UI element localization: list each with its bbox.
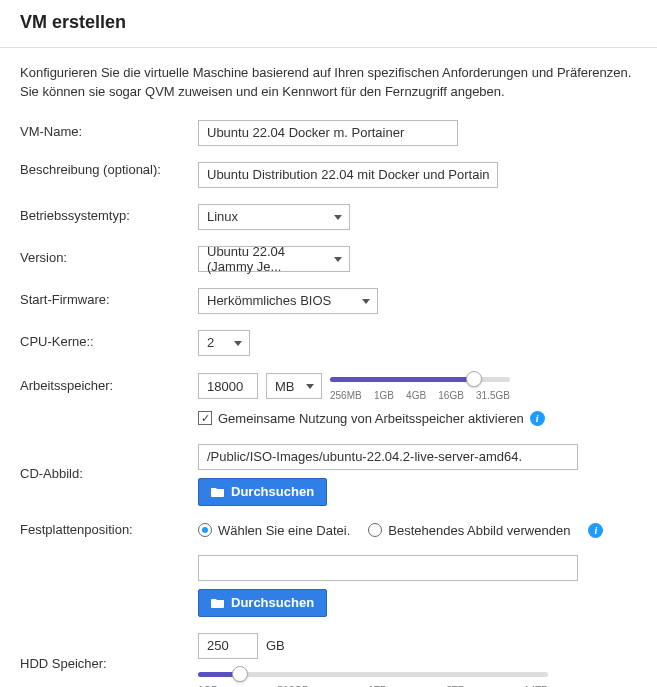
slider-thumb[interactable] bbox=[232, 666, 248, 682]
label-hdd-storage: HDD Speicher: bbox=[20, 656, 198, 673]
label-cpu-cores: CPU-Kerne:: bbox=[20, 334, 198, 351]
disk-choose-file-radio[interactable]: Wählen Sie eine Datei. bbox=[198, 523, 350, 538]
os-type-select[interactable]: Linux bbox=[198, 204, 350, 230]
memory-unit-select[interactable]: MB bbox=[266, 373, 322, 399]
label-description: Beschreibung (optional): bbox=[20, 162, 198, 179]
slider-track bbox=[198, 672, 548, 677]
page-title: VM erstellen bbox=[20, 12, 637, 33]
cd-image-browse-button[interactable]: Durchsuchen bbox=[198, 478, 327, 506]
label-os-type: Betriebssystemtyp: bbox=[20, 208, 198, 225]
version-value: Ubuntu 22.04 (Jammy Je... bbox=[207, 244, 325, 274]
memory-amount-input[interactable] bbox=[198, 373, 258, 399]
cd-image-path-input[interactable] bbox=[198, 444, 578, 470]
hdd-slider[interactable] bbox=[198, 667, 548, 681]
label-memory: Arbeitsspeicher: bbox=[20, 378, 198, 395]
slider-fill bbox=[330, 377, 474, 382]
radio-dot-icon bbox=[368, 523, 382, 537]
tick-label: 31.5GB bbox=[476, 390, 510, 401]
cpu-cores-select[interactable]: 2 bbox=[198, 330, 250, 356]
disk-use-existing-label: Bestehendes Abbild verwenden bbox=[388, 523, 570, 538]
slider-thumb[interactable] bbox=[466, 371, 482, 387]
folder-icon bbox=[211, 486, 225, 497]
shared-memory-label: Gemeinsame Nutzung von Arbeitsspeicher a… bbox=[218, 411, 524, 426]
label-version: Version: bbox=[20, 250, 198, 267]
os-type-value: Linux bbox=[207, 209, 238, 224]
info-icon[interactable]: i bbox=[530, 411, 545, 426]
cpu-cores-value: 2 bbox=[207, 335, 214, 350]
tick-label: 1GB bbox=[374, 390, 394, 401]
browse-label: Durchsuchen bbox=[231, 595, 314, 610]
intro-text: Konfigurieren Sie die virtuelle Maschine… bbox=[20, 64, 637, 102]
tick-label: 16GB bbox=[438, 390, 464, 401]
tick-label: 4GB bbox=[406, 390, 426, 401]
folder-icon bbox=[211, 597, 225, 608]
hdd-unit-label: GB bbox=[266, 638, 290, 653]
info-icon[interactable]: i bbox=[588, 523, 603, 538]
label-vm-name: VM-Name: bbox=[20, 124, 198, 141]
version-select[interactable]: Ubuntu 22.04 (Jammy Je... bbox=[198, 246, 350, 272]
disk-file-path-input[interactable] bbox=[198, 555, 578, 581]
radio-dot-icon bbox=[198, 523, 212, 537]
disk-file-browse-button[interactable]: Durchsuchen bbox=[198, 589, 327, 617]
shared-memory-checkbox[interactable]: ✓ bbox=[198, 411, 212, 425]
tick-label: 256MB bbox=[330, 390, 362, 401]
label-firmware: Start-Firmware: bbox=[20, 292, 198, 309]
disk-choose-file-label: Wählen Sie eine Datei. bbox=[218, 523, 350, 538]
memory-unit-value: MB bbox=[275, 379, 295, 394]
disk-use-existing-radio[interactable]: Bestehendes Abbild verwenden bbox=[368, 523, 570, 538]
memory-ticks: 256MB1GB4GB16GB31.5GB bbox=[330, 390, 510, 401]
label-cd-image: CD-Abbild: bbox=[20, 466, 198, 483]
vm-name-input[interactable] bbox=[198, 120, 458, 146]
label-disk-location: Festplattenposition: bbox=[20, 522, 198, 539]
description-input[interactable] bbox=[198, 162, 498, 188]
firmware-value: Herkömmliches BIOS bbox=[207, 293, 331, 308]
firmware-select[interactable]: Herkömmliches BIOS bbox=[198, 288, 378, 314]
browse-label: Durchsuchen bbox=[231, 484, 314, 499]
hdd-amount-input[interactable] bbox=[198, 633, 258, 659]
memory-slider[interactable] bbox=[330, 372, 510, 386]
